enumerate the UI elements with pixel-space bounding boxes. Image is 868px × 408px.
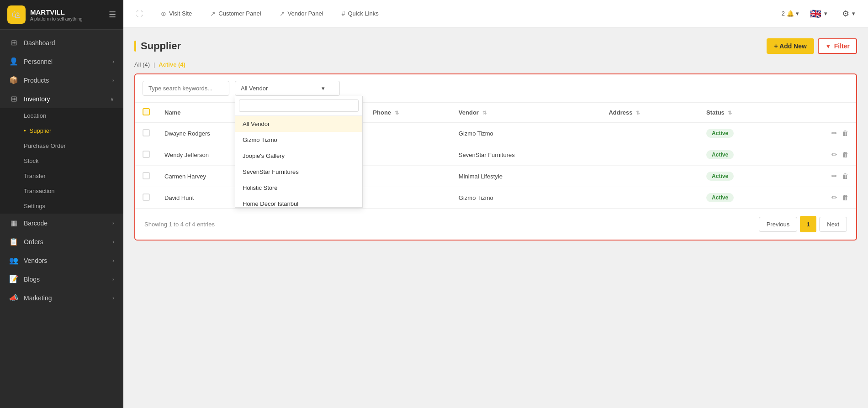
chevron-right-icon: ›	[112, 220, 114, 226]
customer-panel-button[interactable]: ↗ Customer Panel	[206, 7, 265, 20]
notif-count: 2	[782, 10, 785, 17]
visit-site-button[interactable]: ⊕ Visit Site	[157, 7, 196, 20]
external-link-icon: ↗	[210, 10, 216, 17]
supplier-address	[601, 166, 699, 187]
edit-icon[interactable]: ✏	[831, 194, 837, 202]
row-checkbox[interactable]	[143, 172, 150, 179]
delete-icon[interactable]: 🗑	[842, 129, 849, 137]
sidebar-item-blogs[interactable]: 📝 Blogs ›	[0, 270, 123, 288]
dashboard-icon: ⊞	[9, 38, 18, 47]
language-selector[interactable]: 🇬🇧 ▾	[806, 5, 831, 22]
sidebar-item-vendors[interactable]: 👥 Vendors ›	[0, 251, 123, 270]
previous-button[interactable]: Previous	[759, 217, 798, 232]
flag-icon: 🇬🇧	[810, 8, 821, 19]
edit-icon[interactable]: ✏	[831, 172, 837, 180]
vendor-dropdown-menu: All Vendor Gizmo Tizmo Joopie's Gallery …	[235, 96, 363, 208]
notification-button[interactable]: 2 🔔 ▾	[782, 10, 799, 17]
supplier-phone	[365, 144, 451, 166]
inventory-submenu: Location Supplier Purchase Order Stock T…	[0, 108, 123, 214]
vendor-option-holistic[interactable]: Holistic Store	[235, 180, 362, 196]
status-badge: Active	[706, 150, 734, 159]
supplier-table-card: All Vendor ▾ All Vendor Gizmo Tizmo Joop…	[134, 73, 857, 241]
delete-icon[interactable]: 🗑	[842, 151, 849, 159]
settings-button[interactable]: ⚙ ▾	[838, 6, 859, 21]
sidebar-item-label: Personnel	[24, 58, 107, 65]
sidebar-item-stock[interactable]: Stock	[0, 153, 123, 168]
supplier-phone	[365, 123, 451, 144]
vendor-dropdown-trigger[interactable]: All Vendor ▾	[235, 81, 340, 96]
sort-icon[interactable]: ⇅	[636, 110, 640, 115]
page-number-1[interactable]: 1	[800, 216, 816, 232]
vendor-option-sevenstar[interactable]: SevenStar Furnitures	[235, 164, 362, 180]
main-area: ⛶ ⊕ Visit Site ↗ Customer Panel ↗ Vendor…	[123, 0, 868, 408]
chevron-right-icon: ›	[112, 239, 114, 245]
supplier-phone	[365, 187, 451, 209]
edit-icon[interactable]: ✏	[831, 129, 837, 137]
logo-area: 🛍 MARTVILL A platform to sell anything	[7, 5, 83, 24]
filter-button[interactable]: ▼ Filter	[818, 38, 857, 54]
sidebar-item-orders[interactable]: 📋 Orders ›	[0, 232, 123, 251]
delete-icon[interactable]: 🗑	[842, 172, 849, 180]
fullscreen-button[interactable]: ⛶	[132, 7, 146, 20]
supplier-address	[601, 144, 699, 166]
select-all-header[interactable]	[135, 103, 157, 123]
sidebar-item-settings[interactable]: Settings	[0, 199, 123, 214]
chevron-right-icon: ›	[112, 257, 114, 264]
quick-links-button[interactable]: # Quick Links	[338, 7, 382, 20]
supplier-vendor: Minimal Lifestyle	[451, 166, 602, 187]
chevron-down-icon: ∨	[110, 96, 114, 102]
row-actions: ✏ 🗑	[788, 166, 856, 187]
supplier-vendor: Gizmo Tizmo	[451, 187, 602, 209]
row-checkbox[interactable]	[143, 194, 150, 201]
sidebar-item-supplier[interactable]: Supplier	[0, 123, 123, 138]
sidebar-item-location[interactable]: Location	[0, 108, 123, 123]
vendor-panel-button[interactable]: ↗ Vendor Panel	[276, 7, 327, 20]
sidebar-item-dashboard[interactable]: ⊞ Dashboard	[0, 33, 123, 52]
supplier-vendor: Gizmo Tizmo	[451, 123, 602, 144]
sidebar-item-marketing[interactable]: 📣 Marketing ›	[0, 288, 123, 307]
chevron-right-icon: ›	[112, 276, 114, 282]
chevron-down-icon: ▾	[796, 10, 799, 17]
search-input[interactable]	[143, 81, 229, 96]
delete-icon[interactable]: 🗑	[842, 194, 849, 202]
row-checkbox[interactable]	[143, 129, 150, 136]
chevron-down-icon: ▾	[852, 10, 855, 17]
sidebar-item-products[interactable]: 📦 Products ›	[0, 71, 123, 89]
customer-panel-label: Customer Panel	[218, 10, 261, 17]
add-new-button[interactable]: + Add New	[767, 38, 814, 54]
row-checkbox[interactable]	[143, 151, 150, 158]
globe-icon: ⊕	[161, 10, 166, 17]
sidebar-item-barcode[interactable]: ▦ Barcode ›	[0, 214, 123, 232]
vendor-option-joopie[interactable]: Joopie's Gallery	[235, 148, 362, 164]
vendor-option-gizmo[interactable]: Gizmo Tizmo	[235, 132, 362, 148]
supplier-address	[601, 123, 699, 144]
sidebar-item-label: Products	[24, 77, 107, 84]
filter-tab-all[interactable]: All (4)	[134, 61, 150, 68]
page-header: Supplier + Add New ▼ Filter	[134, 38, 857, 54]
row-actions: ✏ 🗑	[788, 187, 856, 209]
sidebar-item-personnel[interactable]: 👤 Personnel ›	[0, 52, 123, 71]
filter-tab-active[interactable]: Active (4)	[159, 61, 185, 68]
vendor-option-all[interactable]: All Vendor	[235, 116, 362, 132]
vendor-option-homedecor[interactable]: Home Decor Istanbul	[235, 196, 362, 207]
sidebar-item-inventory[interactable]: ⊞ Inventory ∨	[0, 89, 123, 108]
hamburger-icon[interactable]: ☰	[109, 10, 116, 20]
sidebar-item-transfer[interactable]: Transfer	[0, 168, 123, 183]
next-button[interactable]: Next	[819, 217, 847, 232]
vendor-search-input[interactable]	[239, 99, 359, 112]
sort-icon[interactable]: ⇅	[728, 110, 732, 115]
sidebar-item-transaction[interactable]: Transaction	[0, 183, 123, 199]
orders-icon: 📋	[9, 237, 18, 246]
vendor-options-list: All Vendor Gizmo Tizmo Joopie's Gallery …	[235, 116, 362, 207]
sidebar-item-purchase-order[interactable]: Purchase Order	[0, 138, 123, 153]
sidebar-item-label: Orders	[24, 238, 107, 246]
edit-icon[interactable]: ✏	[831, 151, 837, 159]
sort-icon[interactable]: ⇅	[482, 110, 487, 115]
select-all-checkbox[interactable]	[143, 108, 150, 115]
status-badge: Active	[706, 193, 734, 202]
vendor-dropdown-wrapper: All Vendor ▾ All Vendor Gizmo Tizmo Joop…	[235, 81, 340, 96]
sort-icon[interactable]: ⇅	[395, 110, 399, 115]
col-actions	[788, 103, 856, 123]
header-actions: + Add New ▼ Filter	[767, 38, 857, 54]
chevron-down-icon: ▾	[322, 85, 325, 92]
